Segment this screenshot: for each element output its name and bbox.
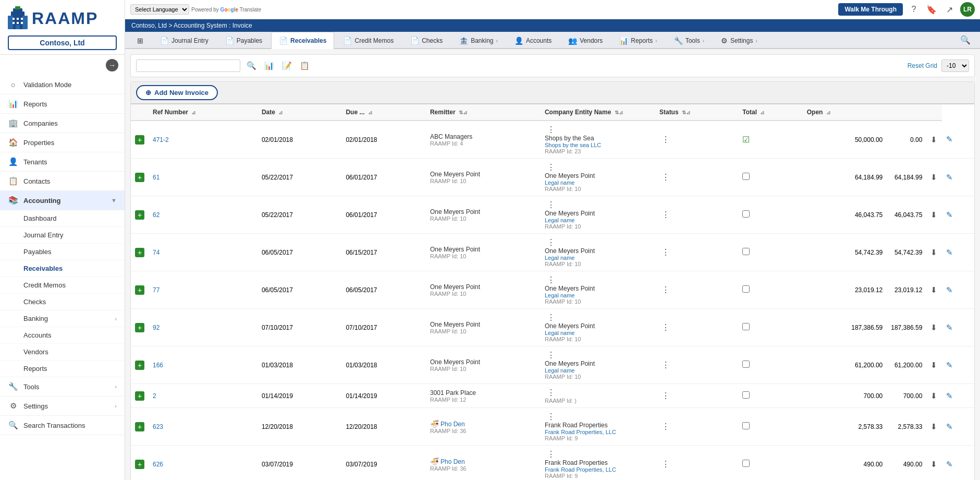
sidebar-item-contacts[interactable]: 📋 Contacts [0,172,125,191]
company-kebab-button[interactable]: ⋮ [659,135,672,145]
tab-home[interactable]: ⊞ [129,32,151,49]
sidebar-subitem-accounts[interactable]: Accounts [0,327,125,344]
company-kebab-button[interactable]: ⋮ [659,247,672,257]
expand-row-button[interactable]: + [135,460,144,469]
company-kebab-button[interactable]: ⋮ [659,422,672,431]
edit-button[interactable]: ✎ [946,248,953,257]
expand-row-button[interactable]: + [135,285,144,295]
status-checkbox[interactable] [742,210,750,218]
col-due[interactable]: Due ... ⊿ [341,104,426,121]
remitter-kebab-button[interactable]: ⋮ [545,237,557,247]
tab-settings[interactable]: ⚙ Settings › [713,32,765,49]
status-checkbox[interactable] [742,248,750,255]
download-button[interactable]: ⬇ [930,361,937,370]
company-kebab-button[interactable]: ⋮ [659,172,672,182]
expand-row-button[interactable]: + [135,173,144,182]
tab-tools[interactable]: 🔧 Tools › [666,32,712,49]
edit-button[interactable]: ✎ [946,460,953,469]
expand-row-button[interactable]: + [135,210,144,220]
remitter-kebab-button[interactable]: ⋮ [545,200,557,210]
col-date[interactable]: Date ⊿ [258,104,342,121]
search-button[interactable]: 🔍 [244,59,258,73]
status-checkbox[interactable] [742,460,750,467]
status-checkbox[interactable] [742,323,750,330]
download-button[interactable]: ⬇ [930,323,937,332]
ref-link[interactable]: 471-2 [153,136,169,143]
expand-row-button[interactable]: + [135,391,144,401]
download-button[interactable]: ⬇ [930,422,937,431]
download-button[interactable]: ⬇ [930,460,937,469]
remitter-kebab-button[interactable]: ⋮ [545,275,557,285]
reset-grid-button[interactable]: Reset Grid [908,62,937,69]
tab-receivables[interactable]: 📄 Receivables [271,32,334,49]
nav-search-button[interactable]: 🔍 [955,32,976,48]
remitter-kebab-button[interactable]: ⋮ [545,350,557,360]
tab-checks[interactable]: 📄 Checks [402,32,450,49]
export-word-button[interactable]: 📝 [280,59,293,73]
expand-row-button[interactable]: + [135,248,144,257]
company-name[interactable]: Contoso, Ltd [8,35,117,50]
expand-row-button[interactable]: + [135,422,144,431]
add-invoice-button[interactable]: ⊕ Add New Invoice [136,85,218,100]
ref-link[interactable]: 166 [153,362,163,369]
download-button[interactable]: ⬇ [930,248,937,257]
tab-banking[interactable]: 🏦 Banking › [451,32,506,49]
status-checkbox[interactable] [742,285,750,293]
tab-vendors[interactable]: 👥 Vendors [560,32,610,49]
remitter-kebab-button[interactable]: ⋮ [545,388,557,398]
status-checkbox[interactable] [742,391,750,399]
download-button[interactable]: ⬇ [930,173,937,182]
sidebar-subitem-vendors[interactable]: Vendors [0,344,125,361]
sidebar-item-tenants[interactable]: 👤 Tenants [0,152,125,172]
export-excel-button[interactable]: 📊 [262,59,276,73]
edit-button[interactable]: ✎ [946,323,953,332]
remitter-name[interactable]: Pho Den [440,458,465,465]
status-checkbox[interactable] [742,422,750,429]
bookmark-icon[interactable]: 🔖 [925,3,938,16]
sidebar-item-accounting[interactable]: 📚 Accounting ▼ [0,191,125,210]
sidebar-subitem-journal-entry[interactable]: Journal Entry [0,227,125,244]
download-button[interactable]: ⬇ [930,391,937,401]
ref-link[interactable]: 77 [153,286,160,294]
language-select[interactable]: Select Language [130,4,189,15]
tab-journal-entry[interactable]: 📄 Journal Entry [152,32,216,49]
company-kebab-button[interactable]: ⋮ [659,459,672,469]
sidebar-subitem-credit-memos[interactable]: Credit Memos [0,277,125,294]
company-kebab-button[interactable]: ⋮ [659,360,672,370]
remitter-name[interactable]: Pho Den [440,421,465,428]
col-total[interactable]: Total ⊿ [738,104,802,121]
search-input[interactable] [136,59,240,72]
company-kebab-button[interactable]: ⋮ [659,285,672,295]
ref-link[interactable]: 74 [153,249,160,256]
sidebar-item-properties[interactable]: 🏠 Properties [0,133,125,152]
edit-button[interactable]: ✎ [946,361,953,370]
edit-button[interactable]: ✎ [946,422,953,431]
col-ref[interactable]: Ref Number ⊿ [149,104,258,121]
company-kebab-button[interactable]: ⋮ [659,322,672,332]
page-size-select[interactable]: -10 25 50 100 [941,59,969,72]
edit-button[interactable]: ✎ [946,135,953,144]
sidebar-toggle-button[interactable]: → [106,59,118,71]
ref-link[interactable]: 61 [153,174,160,181]
download-button[interactable]: ⬇ [930,135,937,145]
sidebar-subitem-checks[interactable]: Checks [0,294,125,310]
edit-button[interactable]: ✎ [946,173,953,182]
edit-button[interactable]: ✎ [946,285,953,295]
sidebar-subitem-reports[interactable]: Reports [0,361,125,377]
sidebar-item-reports[interactable]: 📊 Reports [0,94,125,114]
tab-reports[interactable]: 📊 Reports › [611,32,665,49]
share-icon[interactable]: ↗ [942,3,956,16]
sidebar-item-companies[interactable]: 🏢 Companies [0,114,125,133]
sidebar-subitem-receivables[interactable]: Receivables [0,260,125,277]
company-kebab-button[interactable]: ⋮ [659,210,672,220]
expand-row-button[interactable]: + [135,323,144,332]
tab-credit-memos[interactable]: 📄 Credit Memos [335,32,401,49]
user-avatar[interactable]: LR [960,2,975,17]
ref-link[interactable]: 62 [153,211,160,219]
edit-button[interactable]: ✎ [946,391,953,401]
remitter-kebab-button[interactable]: ⋮ [545,125,557,135]
tab-accounts[interactable]: 👤 Accounts [507,32,559,49]
download-button[interactable]: ⬇ [930,285,937,295]
col-remitter[interactable]: Remitter ⇅⊿ [426,104,541,121]
company-kebab-button[interactable]: ⋮ [659,391,672,401]
